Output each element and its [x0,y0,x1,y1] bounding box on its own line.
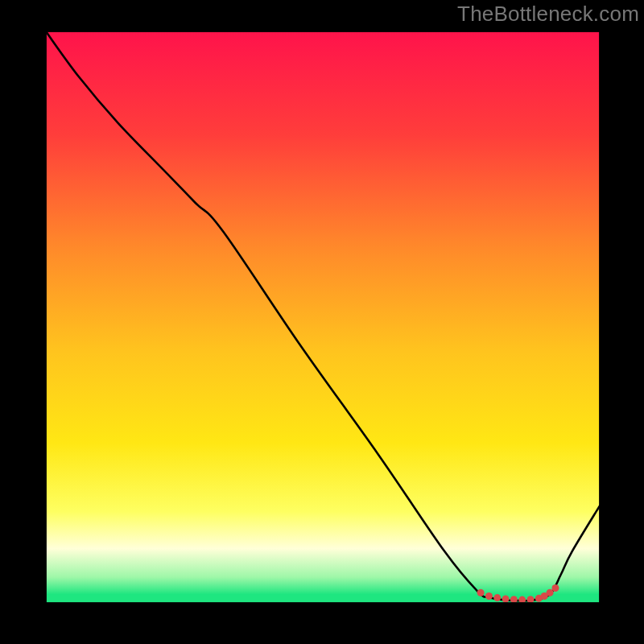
data-marker [493,594,501,601]
data-marker [527,596,535,603]
watermark-label: TheBottleneck.com [457,2,639,27]
data-marker [477,589,485,597]
data-marker [547,589,554,597]
plot-background [46,31,600,603]
data-marker [485,592,493,600]
chart-svg [0,0,644,644]
data-marker [510,596,518,603]
data-marker [551,584,559,592]
data-marker [502,596,510,603]
